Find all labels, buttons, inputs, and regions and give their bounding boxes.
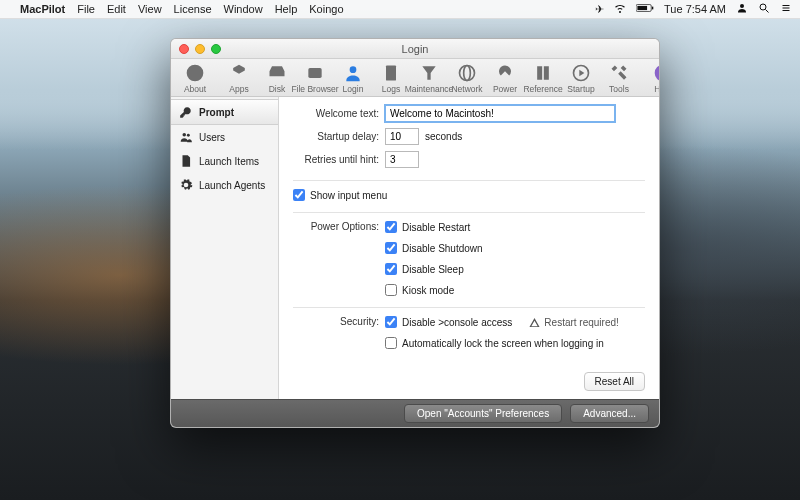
toolbar-help[interactable]: ? Help	[647, 63, 660, 94]
toolbar-disk[interactable]: Disk	[261, 63, 293, 94]
svg-point-19	[187, 134, 190, 137]
system-menubar: MacPilot File Edit View License Window H…	[0, 0, 800, 19]
restart-required-badge: Restart required!	[529, 317, 618, 328]
footer-bar: Open "Accounts" Preferences Advanced...	[171, 399, 659, 427]
startup-delay-label: Startup delay:	[293, 131, 379, 142]
advanced-button[interactable]: Advanced...	[570, 404, 649, 423]
sidebar-item-prompt[interactable]: Prompt	[171, 99, 278, 125]
toolbar-power[interactable]: Power	[489, 63, 521, 94]
sidebar-item-users[interactable]: Users	[171, 125, 278, 149]
wifi-icon[interactable]	[614, 2, 626, 16]
toolbar-filebrowser[interactable]: File Browser	[299, 63, 331, 94]
disable-console-checkbox[interactable]	[385, 316, 397, 328]
wifi-extras-icon[interactable]: ✈︎	[595, 3, 604, 16]
menu-view[interactable]: View	[138, 3, 162, 15]
svg-line-5	[766, 10, 769, 13]
menu-license[interactable]: License	[174, 3, 212, 15]
menu-file[interactable]: File	[77, 3, 95, 15]
toolbar-login[interactable]: Login	[337, 63, 369, 94]
sidebar-item-launch-items[interactable]: Launch Items	[171, 149, 278, 173]
startup-delay-input[interactable]	[385, 128, 419, 145]
reset-all-button[interactable]: Reset All	[584, 372, 645, 391]
key-icon	[179, 105, 193, 119]
users-icon	[179, 130, 193, 144]
show-input-menu-label: Show input menu	[310, 190, 387, 201]
toolbar-tools[interactable]: Tools	[603, 63, 635, 94]
disable-sleep-checkbox[interactable]	[385, 263, 397, 275]
power-options-label: Power Options:	[293, 221, 379, 232]
sidebar-item-launch-agents[interactable]: Launch Agents	[171, 173, 278, 197]
autolock-checkbox[interactable]	[385, 337, 397, 349]
menubar-clock[interactable]: Tue 7:54 AM	[664, 3, 726, 15]
toolbar-maintenance[interactable]: Maintenance	[413, 63, 445, 94]
svg-rect-2	[652, 7, 653, 10]
toolbar-apps[interactable]: Apps	[223, 63, 255, 94]
svg-point-14	[464, 66, 471, 81]
svg-point-9	[187, 65, 204, 82]
kiosk-checkbox[interactable]	[385, 284, 397, 296]
show-input-menu-checkbox[interactable]	[293, 189, 305, 201]
app-window: Login About Apps Disk File Browser Login…	[170, 38, 660, 428]
menu-edit[interactable]: Edit	[107, 3, 126, 15]
svg-point-16	[655, 65, 660, 82]
disable-shutdown-checkbox[interactable]	[385, 242, 397, 254]
document-icon	[179, 154, 193, 168]
svg-point-11	[350, 66, 357, 73]
menu-koingo[interactable]: Koingo	[309, 3, 343, 15]
svg-rect-12	[386, 66, 396, 81]
svg-point-3	[740, 4, 744, 8]
battery-icon[interactable]	[636, 3, 654, 15]
retries-label: Retries until hint:	[293, 154, 379, 165]
app-menu[interactable]: MacPilot	[20, 3, 65, 15]
retries-input[interactable]	[385, 151, 419, 168]
notification-icon[interactable]	[780, 2, 792, 16]
toolbar: About Apps Disk File Browser Login Logs …	[171, 59, 659, 97]
titlebar[interactable]: Login	[171, 39, 659, 59]
welcome-text-input[interactable]	[385, 105, 615, 122]
svg-point-13	[460, 66, 475, 81]
svg-point-18	[183, 133, 187, 137]
startup-delay-unit: seconds	[425, 131, 462, 142]
svg-point-4	[760, 4, 766, 10]
toolbar-about-label: About	[184, 84, 206, 94]
menu-window[interactable]: Window	[224, 3, 263, 15]
open-accounts-button[interactable]: Open "Accounts" Preferences	[404, 404, 562, 423]
spotlight-icon[interactable]	[758, 2, 770, 16]
user-icon[interactable]	[736, 2, 748, 16]
toolbar-network[interactable]: Network	[451, 63, 483, 94]
svg-rect-10	[308, 68, 321, 78]
disable-restart-checkbox[interactable]	[385, 221, 397, 233]
toolbar-startup[interactable]: Startup	[565, 63, 597, 94]
svg-rect-1	[637, 6, 647, 10]
warning-icon	[529, 317, 540, 328]
gear-icon	[179, 178, 193, 192]
window-title: Login	[171, 43, 659, 55]
content-pane: Welcome text: Startup delay: seconds Ret…	[279, 97, 659, 399]
toolbar-reference[interactable]: Reference	[527, 63, 559, 94]
sidebar: Prompt Users Launch Items Launch Agents	[171, 97, 279, 399]
welcome-label: Welcome text:	[293, 108, 379, 119]
security-label: Security:	[293, 316, 379, 327]
toolbar-about[interactable]: About	[179, 63, 211, 94]
toolbar-logs[interactable]: Logs	[375, 63, 407, 94]
menu-help[interactable]: Help	[275, 3, 298, 15]
